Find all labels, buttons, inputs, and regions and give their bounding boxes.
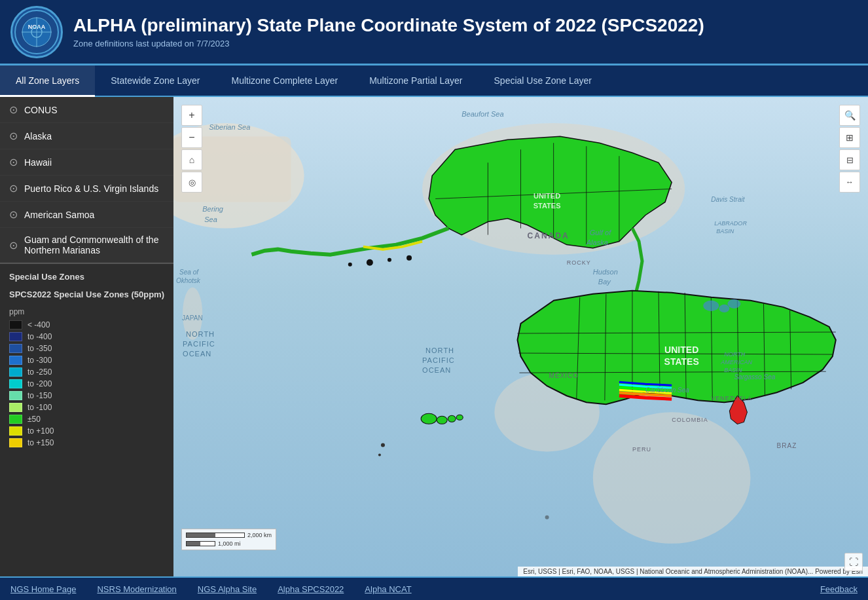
- legend-label-3: to -300: [27, 356, 52, 365]
- svg-point-10: [593, 412, 751, 544]
- svg-text:UNITED: UNITED: [664, 345, 698, 355]
- svg-text:VENEZUELA: VENEZUELA: [711, 395, 752, 402]
- map-background: UNITED STATES: [173, 97, 868, 576]
- region-american-samoa[interactable]: ⊙ American Samoa: [0, 202, 173, 228]
- footer-link-alpha-spcs[interactable]: Alpha SPCS2022: [278, 584, 344, 594]
- scale-label-2000: 2,000 km: [247, 532, 272, 538]
- svg-point-27: [448, 415, 456, 422]
- footer-link-nsrs[interactable]: NSRS Modernization: [97, 584, 176, 594]
- legend-item-5: to -200: [9, 379, 164, 388]
- svg-text:Sea of: Sea of: [179, 269, 199, 276]
- location-icon-alaska: ⊙: [9, 130, 18, 142]
- legend-swatch-8: [9, 415, 22, 424]
- attribution: Esri, USGS | Esri, FAO, NOAA, USGS | Nat…: [518, 567, 868, 576]
- svg-text:Alaska: Alaska: [586, 238, 608, 246]
- svg-text:Okhotsk: Okhotsk: [176, 277, 201, 284]
- scale-bar: 2,000 km 1,000 mi: [181, 529, 276, 550]
- app-subtitle: Zone definitions last updated on 7/7/202…: [73, 39, 704, 48]
- app-title: ALPHA (preliminary) State Plane Coordina…: [73, 15, 704, 36]
- location-button[interactable]: ◎: [181, 172, 202, 193]
- legend-label-5: to -200: [27, 379, 52, 388]
- svg-point-26: [437, 416, 447, 424]
- svg-text:Gulf of: Gulf of: [590, 229, 612, 236]
- legend-label-9: to +100: [27, 426, 54, 436]
- svg-text:NORTH: NORTH: [186, 330, 215, 338]
- legend-swatch-0: [9, 320, 22, 329]
- layers-button[interactable]: ⊞: [839, 127, 860, 148]
- app-header: NOAA ALPHA (preliminary) State Plane Coo…: [0, 0, 868, 66]
- svg-text:ROCKY: ROCKY: [567, 259, 591, 266]
- legend-label-6: to -150: [27, 391, 52, 400]
- region-guam[interactable]: ⊙ Guam and Commonwealth of the Northern …: [0, 228, 173, 263]
- location-icon-american-samoa: ⊙: [9, 208, 18, 221]
- svg-point-21: [719, 305, 729, 312]
- svg-text:Sea: Sea: [204, 216, 217, 223]
- svg-point-14: [367, 259, 373, 266]
- scale-bar-2000km: [186, 533, 245, 538]
- tab-multizone-partial-layer[interactable]: Multizone Partial Layer: [353, 66, 478, 97]
- zoom-out-button[interactable]: −: [181, 127, 202, 148]
- svg-text:JAPAN: JAPAN: [182, 314, 203, 322]
- location-icon-hawaii: ⊙: [9, 156, 18, 168]
- location-icon-guam: ⊙: [9, 239, 18, 252]
- svg-text:Beaufort Sea: Beaufort Sea: [461, 110, 503, 118]
- tab-special-use-zone-layer[interactable]: Special Use Zone Layer: [479, 66, 607, 97]
- footer-feedback-link[interactable]: Feedback: [820, 584, 858, 594]
- zoom-in-button[interactable]: +: [181, 105, 202, 126]
- svg-text:Siberian Sea: Siberian Sea: [209, 123, 250, 131]
- svg-text:PACIFIC: PACIFIC: [422, 356, 455, 364]
- legend-item-1: to -400: [9, 332, 164, 341]
- svg-text:COLOMBIA: COLOMBIA: [672, 417, 708, 423]
- svg-text:CANADA: CANADA: [528, 231, 570, 240]
- footer-link-ngs-home[interactable]: NGS Home Page: [10, 584, 76, 594]
- map-controls-left: + − ⌂ ◎: [181, 105, 202, 193]
- svg-text:OCEAN: OCEAN: [422, 366, 451, 374]
- svg-text:STATES: STATES: [664, 356, 699, 367]
- search-button[interactable]: 🔍: [839, 105, 860, 126]
- region-puerto-rico[interactable]: ⊙ Puerto Rico & U.S. Virgin Islands: [0, 176, 173, 202]
- svg-point-13: [388, 258, 391, 262]
- noaa-logo: NOAA: [10, 6, 63, 58]
- svg-text:Davis Strait: Davis Strait: [711, 196, 745, 203]
- ppm-label: ppm: [9, 307, 164, 316]
- footer: NGS Home Page NSRS Modernization NGS Alp…: [0, 576, 868, 600]
- legend-item-9: to +100: [9, 426, 164, 436]
- legend-label-1: to -400: [27, 332, 52, 341]
- region-label-alaska: Alaska: [24, 131, 52, 141]
- measure-button[interactable]: ↔: [839, 172, 860, 193]
- svg-text:Hudson: Hudson: [593, 268, 618, 276]
- svg-point-29: [381, 443, 385, 447]
- legend-swatch-9: [9, 426, 22, 436]
- svg-text:BASIN: BASIN: [724, 367, 742, 373]
- region-alaska[interactable]: ⊙ Alaska: [0, 123, 173, 149]
- legend-label-8: ±50: [27, 415, 41, 424]
- footer-link-ngs-alpha[interactable]: NGS Alpha Site: [198, 584, 257, 594]
- tab-all-zone-layers[interactable]: All Zone Layers: [0, 66, 95, 97]
- legend-item-8: ±50: [9, 415, 164, 424]
- tab-statewide-zone-layer[interactable]: Statewide Zone Layer: [95, 66, 215, 97]
- svg-point-20: [703, 301, 719, 311]
- alaska-map: UNITED STATES: [251, 136, 672, 313]
- legend-item-7: to -100: [9, 403, 164, 412]
- grid-button[interactable]: ⊟: [839, 149, 860, 170]
- legend-swatch-3: [9, 356, 22, 365]
- svg-text:PERU: PERU: [632, 446, 651, 453]
- svg-text:NORTH: NORTH: [425, 347, 454, 354]
- fullscreen-button[interactable]: ⛶: [844, 553, 863, 571]
- svg-point-30: [378, 453, 381, 456]
- map-container[interactable]: UNITED STATES: [173, 97, 868, 576]
- legend-swatch-5: [9, 379, 22, 388]
- svg-point-25: [421, 413, 437, 424]
- legend-label-0: < -400: [27, 320, 50, 329]
- footer-link-alpha-ncat[interactable]: Alpha NCAT: [365, 584, 411, 594]
- home-button[interactable]: ⌂: [181, 149, 202, 170]
- region-hawaii[interactable]: ⊙ Hawaii: [0, 149, 173, 176]
- svg-text:UNITED: UNITED: [533, 192, 560, 200]
- tab-multizone-complete-layer[interactable]: Multizone Complete Layer: [215, 66, 353, 97]
- svg-point-12: [407, 255, 412, 261]
- svg-text:OCEAN: OCEAN: [183, 350, 211, 358]
- svg-text:Bay: Bay: [598, 278, 611, 286]
- svg-point-22: [727, 299, 740, 309]
- region-conus[interactable]: ⊙ CONUS: [0, 97, 173, 123]
- legend-label-4: to -250: [27, 367, 52, 377]
